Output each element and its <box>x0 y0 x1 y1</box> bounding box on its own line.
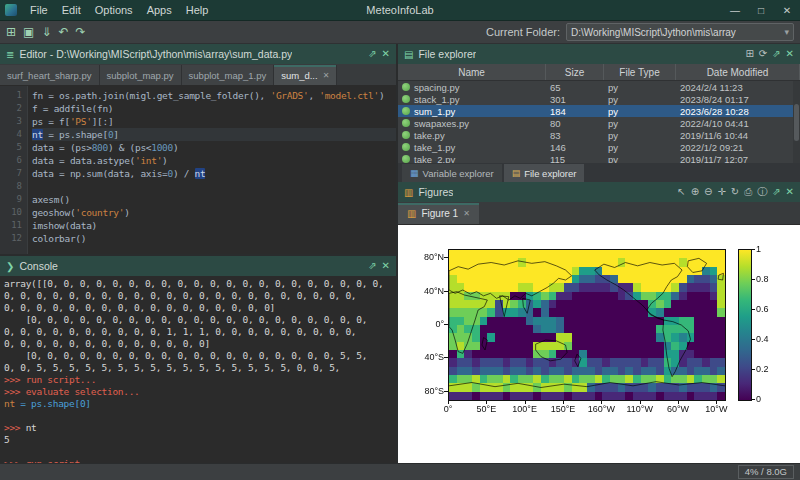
x-tick-label: 160°W <box>588 404 615 414</box>
file-size: 83 <box>546 130 604 141</box>
code-line: data = data.astype('int') <box>32 154 396 167</box>
editor-tab[interactable]: sum_d...✕ <box>274 65 337 85</box>
editor-tab[interactable]: subplot_map_1.py <box>182 65 275 85</box>
float-icon[interactable]: ⇗ <box>772 45 780 63</box>
scrollbar-thumb[interactable] <box>794 104 799 141</box>
file-modified: 2019/11/7 12:07 <box>676 154 800 164</box>
table-row[interactable]: swapaxes.py80py2022/4/10 04:41 <box>398 117 800 129</box>
console-line: [0, 0, 0, 0, 0, 0, 0, 0, 0, 0, 0, 0, 0, … <box>4 350 392 362</box>
pan-icon[interactable]: ✛ <box>717 183 725 201</box>
tab-label: subplot_map_1.py <box>189 70 267 81</box>
close-icon[interactable]: ✕ <box>786 183 794 201</box>
figure-icon: ▥ <box>407 208 416 219</box>
menu-item-options[interactable]: Options <box>88 1 140 20</box>
table-row[interactable]: take_1.py146py2022/1/2 09:21 <box>398 141 800 153</box>
table-row[interactable]: spacing.py65py2024/2/4 11:23 <box>398 81 800 93</box>
colorbar-tick-label: 0.2 <box>756 364 769 374</box>
tab-label: sum_d... <box>281 70 317 81</box>
table-row[interactable]: take.py83py2019/11/6 10:44 <box>398 129 800 141</box>
console-output[interactable]: array([[0, 0, 0, 0, 0, 0, 0, 0, 0, 0, 0,… <box>0 276 396 463</box>
console-line: 0, 0, 0, 0, 0, 0, 0, 0, 0, 0, 1, 1, 1, 0… <box>4 326 392 338</box>
folder-icon: ▤ <box>512 168 521 178</box>
zoom-out-icon[interactable]: ⊖ <box>704 183 712 201</box>
float-icon[interactable]: ⇗ <box>772 183 780 201</box>
left-column: ≣ Editor - D:\Working\MIScript\Jython\mi… <box>0 44 396 463</box>
line-number: 8 <box>0 180 22 193</box>
menu-item-file[interactable]: File <box>23 1 55 20</box>
line-number: 12 <box>0 232 22 245</box>
file-list-scrollbar[interactable] <box>793 81 800 163</box>
x-tick-label: 50°E <box>477 404 497 414</box>
new-script-icon[interactable]: ⊞ <box>6 22 16 42</box>
close-button[interactable]: ✕ <box>774 1 800 20</box>
close-icon[interactable]: ✕ <box>382 45 390 63</box>
refresh-icon[interactable]: ⟳ <box>759 45 767 63</box>
coastlines-overlay <box>449 250 725 400</box>
file-name: sum_1.py <box>414 106 455 117</box>
select-arrow-icon[interactable]: ↖ <box>677 183 685 201</box>
file-name-cell: swapaxes.py <box>398 118 546 129</box>
open-file-icon[interactable]: ▣ <box>23 22 34 42</box>
table-row[interactable]: sum_1.py184py2023/6/28 10:28 <box>398 105 800 117</box>
minimize-button[interactable]: — <box>722 1 748 20</box>
menu-item-help[interactable]: Help <box>179 1 216 20</box>
file-type: py <box>604 82 676 93</box>
maximize-button[interactable]: □ <box>748 1 774 20</box>
float-icon[interactable]: ⇗ <box>368 257 376 275</box>
print-icon[interactable]: ⎙ <box>744 183 752 201</box>
figures-panel: ▥ Figures ↖⊕⊖✛↻⎙ⓘ⇗✕ ▥ Figure 1 ✕ <box>398 182 800 463</box>
file-name-cell: sum_1.py <box>398 106 546 117</box>
new-file-icon[interactable]: ⊞ <box>745 45 753 63</box>
file-modified: 2023/6/28 10:28 <box>676 106 800 117</box>
info-icon[interactable]: ⓘ <box>757 183 767 201</box>
explorer-tabs: ▦Variable explorer▤File explorer <box>398 163 800 182</box>
file-table-rows: spacing.py65py2024/2/4 11:23stack_1.py30… <box>398 81 800 163</box>
file-size: 184 <box>546 106 604 117</box>
tab-file-explorer[interactable]: ▤File explorer <box>504 164 585 182</box>
figure-tab[interactable]: ▥ Figure 1 ✕ <box>398 203 479 224</box>
code-line: f = addfile(fn) <box>32 102 396 115</box>
code-editor[interactable]: 123456789101112 fn = os.path.join(migl.g… <box>0 86 396 254</box>
editor-tab[interactable]: surf_heart_sharp.py <box>0 65 100 85</box>
close-icon[interactable]: ✕ <box>323 71 330 80</box>
column-header[interactable]: File Type <box>604 64 676 80</box>
code-line: ps = f['PS'][:] <box>32 115 396 128</box>
rotate-icon[interactable]: ↻ <box>731 183 739 201</box>
editor-tab[interactable]: subplot_map.py <box>100 65 182 85</box>
console-line: 5 <box>4 434 392 446</box>
close-icon[interactable]: ✕ <box>786 45 794 63</box>
table-row[interactable]: take_2.py115py2019/11/7 12:07 <box>398 153 800 163</box>
main-area: ≣ Editor - D:\Working\MIScript\Jython\mi… <box>0 44 800 463</box>
current-folder-combobox[interactable]: D:\Working\MIScript\Jython\mis\array ▾ <box>566 23 794 41</box>
file-name-cell: spacing.py <box>398 82 546 93</box>
editor-code: fn = os.path.join(migl.get_sample_folder… <box>28 86 396 254</box>
menu-item-apps[interactable]: Apps <box>140 1 179 20</box>
file-name: take.py <box>414 130 445 141</box>
close-icon[interactable]: ✕ <box>382 257 390 275</box>
column-header[interactable]: Name <box>398 64 546 80</box>
window-controls: —□✕ <box>722 1 800 20</box>
toolbar: ⊞▣⇓↶↷ Current Folder: D:\Working\MIScrip… <box>0 21 800 44</box>
menu-item-edit[interactable]: Edit <box>55 1 88 20</box>
python-file-icon <box>402 119 410 127</box>
colorbar-tick-label: 1 <box>756 244 761 254</box>
file-name-cell: stack_1.py <box>398 94 546 105</box>
tab-variable-explorer[interactable]: ▦Variable explorer <box>402 164 502 182</box>
file-modified: 2023/8/24 01:17 <box>676 94 800 105</box>
chevron-down-icon[interactable]: ▾ <box>784 27 789 37</box>
file-size: 146 <box>546 142 604 153</box>
save-icon[interactable]: ⇓ <box>41 22 51 42</box>
undo-icon[interactable]: ↶ <box>58 22 68 42</box>
zoom-in-icon[interactable]: ⊕ <box>691 183 699 201</box>
file-type: py <box>604 94 676 105</box>
redo-icon[interactable]: ↷ <box>76 22 86 42</box>
console-line: array([[0, 0, 0, 0, 0, 0, 0, 0, 0, 0, 0,… <box>4 278 392 290</box>
column-header[interactable]: Size <box>546 64 604 80</box>
column-header[interactable]: Date Modified <box>676 64 800 80</box>
float-icon[interactable]: ⇗ <box>368 45 376 63</box>
line-number: 1 <box>0 89 22 102</box>
code-line: data = (ps>800) & (ps<1000) <box>32 141 396 154</box>
table-row[interactable]: stack_1.py301py2023/8/24 01:17 <box>398 93 800 105</box>
close-icon[interactable]: ✕ <box>463 209 470 218</box>
editor-gutter: 123456789101112 <box>0 86 28 254</box>
